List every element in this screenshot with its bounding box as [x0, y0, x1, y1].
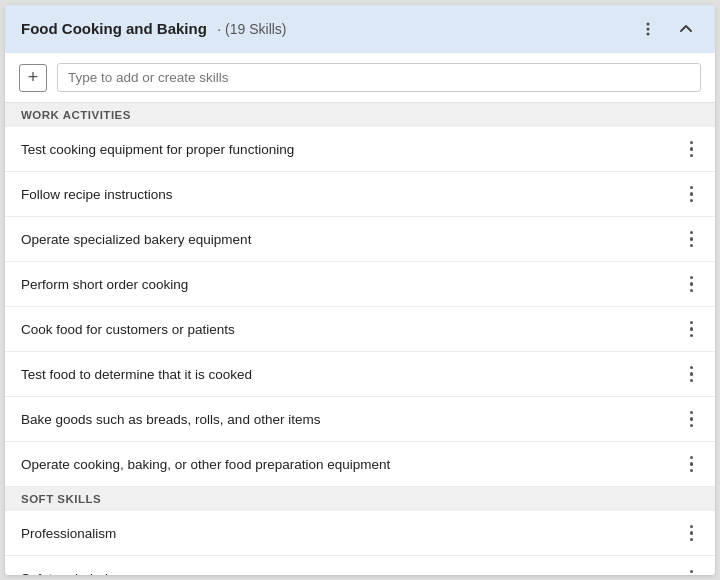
skill-more-button-1-0[interactable] [684, 521, 700, 546]
panel-title: Food Cooking and Baking [21, 20, 207, 37]
skill-label: Test cooking equipment for proper functi… [21, 142, 294, 157]
add-skill-button[interactable]: + [19, 64, 47, 92]
header-title-group: Food Cooking and Baking · (19 Skills) [21, 20, 287, 38]
skill-label: Test food to determine that it is cooked [21, 367, 252, 382]
skill-row: Safety-minded [5, 556, 715, 575]
skill-label: Operate cooking, baking, or other food p… [21, 457, 390, 472]
svg-point-2 [647, 33, 650, 36]
section-header-1: SOFT SKILLS [5, 487, 715, 511]
skill-row: Follow recipe instructions [5, 172, 715, 217]
skill-label: Cook food for customers or patients [21, 322, 235, 337]
skill-row: Test cooking equipment for proper functi… [5, 127, 715, 172]
more-options-button[interactable] [635, 16, 661, 42]
skill-row: Perform short order cooking [5, 262, 715, 307]
header-actions [635, 16, 699, 42]
skill-label: Operate specialized bakery equipment [21, 232, 251, 247]
skill-row: Bake goods such as breads, rolls, and ot… [5, 397, 715, 442]
skill-label: Safety-minded [21, 571, 108, 576]
svg-point-0 [647, 23, 650, 26]
skill-row: Cook food for customers or patients [5, 307, 715, 352]
skill-more-button-0-3[interactable] [684, 272, 700, 297]
add-skill-row: + [5, 53, 715, 103]
skill-more-button-0-6[interactable] [684, 407, 700, 432]
skill-label: Perform short order cooking [21, 277, 188, 292]
collapse-button[interactable] [673, 16, 699, 42]
panel-header: Food Cooking and Baking · (19 Skills) [5, 5, 715, 53]
skill-row: Operate specialized bakery equipment [5, 217, 715, 262]
skill-more-button-0-2[interactable] [684, 227, 700, 252]
skills-content: WORK ACTIVITIESTest cooking equipment fo… [5, 103, 715, 575]
skill-more-button-0-1[interactable] [684, 182, 700, 207]
add-skill-input[interactable] [57, 63, 701, 92]
main-panel: Food Cooking and Baking · (19 Skills) + [5, 5, 715, 575]
skill-label: Bake goods such as breads, rolls, and ot… [21, 412, 320, 427]
svg-point-1 [647, 28, 650, 31]
panel-subtitle: · (19 Skills) [217, 21, 286, 37]
skill-more-button-0-0[interactable] [684, 137, 700, 162]
skill-row: Operate cooking, baking, or other food p… [5, 442, 715, 487]
skill-label: Follow recipe instructions [21, 187, 173, 202]
skill-more-button-0-5[interactable] [684, 362, 700, 387]
skill-label: Professionalism [21, 526, 116, 541]
skill-more-button-1-1[interactable] [684, 566, 700, 575]
skill-row: Professionalism [5, 511, 715, 556]
skill-row: Test food to determine that it is cooked [5, 352, 715, 397]
skill-more-button-0-4[interactable] [684, 317, 700, 342]
section-header-0: WORK ACTIVITIES [5, 103, 715, 127]
skill-more-button-0-7[interactable] [684, 452, 700, 477]
